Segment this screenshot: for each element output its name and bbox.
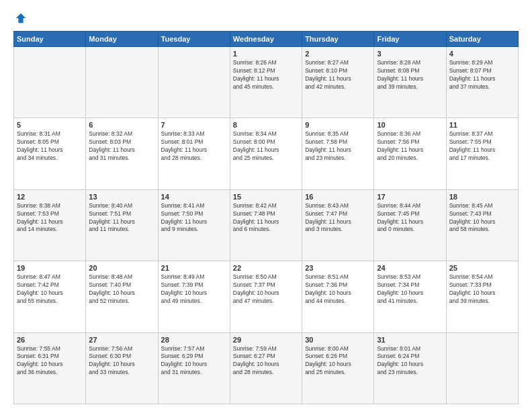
day-info: Sunrise: 8:50 AM Sunset: 7:37 PM Dayligh… (233, 273, 299, 306)
day-info: Sunrise: 8:27 AM Sunset: 8:10 PM Dayligh… (305, 59, 371, 91)
day-info: Sunrise: 8:34 AM Sunset: 8:00 PM Dayligh… (233, 130, 299, 163)
weekday-header: Sunday (14, 32, 86, 47)
day-info: Sunrise: 8:35 AM Sunset: 7:58 PM Dayligh… (305, 130, 371, 163)
calendar-cell: 5Sunrise: 8:31 AM Sunset: 8:05 PM Daylig… (14, 118, 86, 189)
day-number: 15 (233, 193, 299, 201)
day-info: Sunrise: 8:54 AM Sunset: 7:33 PM Dayligh… (449, 273, 515, 306)
calendar-cell: 22Sunrise: 8:50 AM Sunset: 7:37 PM Dayli… (230, 261, 302, 332)
day-info: Sunrise: 8:49 AM Sunset: 7:39 PM Dayligh… (161, 273, 227, 306)
day-number: 17 (377, 193, 443, 201)
day-info: Sunrise: 8:44 AM Sunset: 7:45 PM Dayligh… (377, 202, 443, 234)
day-info: Sunrise: 8:28 AM Sunset: 8:08 PM Dayligh… (377, 59, 443, 91)
calendar-cell (158, 47, 230, 118)
calendar-cell: 2Sunrise: 8:27 AM Sunset: 8:10 PM Daylig… (302, 47, 374, 118)
calendar-cell: 9Sunrise: 8:35 AM Sunset: 7:58 PM Daylig… (302, 118, 374, 189)
day-number: 9 (305, 121, 371, 129)
day-info: Sunrise: 8:29 AM Sunset: 8:07 PM Dayligh… (449, 59, 515, 91)
calendar-cell: 4Sunrise: 8:29 AM Sunset: 8:07 PM Daylig… (446, 47, 518, 118)
calendar-cell: 17Sunrise: 8:44 AM Sunset: 7:45 PM Dayli… (374, 189, 446, 261)
weekday-header: Friday (374, 32, 446, 47)
day-number: 1 (233, 50, 299, 58)
day-info: Sunrise: 8:37 AM Sunset: 7:55 PM Dayligh… (449, 130, 515, 163)
day-number: 23 (305, 264, 371, 272)
day-info: Sunrise: 7:56 AM Sunset: 6:30 PM Dayligh… (89, 345, 154, 377)
day-info: Sunrise: 8:53 AM Sunset: 7:34 PM Dayligh… (377, 273, 443, 306)
calendar-cell: 31Sunrise: 8:01 AM Sunset: 6:24 PM Dayli… (374, 332, 446, 404)
logo-icon (15, 12, 27, 24)
day-info: Sunrise: 8:26 AM Sunset: 8:12 PM Dayligh… (233, 59, 299, 91)
weekday-header: Saturday (446, 32, 518, 47)
page: SundayMondayTuesdayWednesdayThursdayFrid… (0, 0, 532, 411)
day-number: 4 (449, 50, 515, 58)
calendar-cell: 23Sunrise: 8:51 AM Sunset: 7:36 PM Dayli… (302, 261, 374, 332)
calendar-cell: 21Sunrise: 8:49 AM Sunset: 7:39 PM Dayli… (158, 261, 230, 332)
logo (13, 11, 27, 24)
day-number: 21 (161, 264, 227, 272)
calendar-cell: 25Sunrise: 8:54 AM Sunset: 7:33 PM Dayli… (446, 261, 518, 332)
day-info: Sunrise: 8:01 AM Sunset: 6:24 PM Dayligh… (377, 345, 443, 377)
day-number: 5 (17, 121, 83, 129)
day-number: 2 (305, 50, 371, 58)
calendar-cell: 7Sunrise: 8:33 AM Sunset: 8:01 PM Daylig… (158, 118, 230, 189)
calendar-cell: 10Sunrise: 8:36 AM Sunset: 7:56 PM Dayli… (374, 118, 446, 189)
day-info: Sunrise: 8:42 AM Sunset: 7:48 PM Dayligh… (233, 202, 299, 234)
day-info: Sunrise: 8:40 AM Sunset: 7:51 PM Dayligh… (89, 202, 154, 234)
weekday-header: Wednesday (230, 32, 302, 47)
calendar-cell: 19Sunrise: 8:47 AM Sunset: 7:42 PM Dayli… (14, 261, 86, 332)
calendar-cell: 13Sunrise: 8:40 AM Sunset: 7:51 PM Dayli… (86, 189, 158, 261)
day-info: Sunrise: 8:48 AM Sunset: 7:40 PM Dayligh… (89, 273, 154, 306)
day-info: Sunrise: 7:59 AM Sunset: 6:27 PM Dayligh… (233, 345, 299, 377)
calendar-cell (14, 47, 86, 118)
day-number: 16 (305, 193, 371, 201)
calendar-cell: 30Sunrise: 8:00 AM Sunset: 6:26 PM Dayli… (302, 332, 374, 404)
day-info: Sunrise: 7:57 AM Sunset: 6:29 PM Dayligh… (161, 345, 227, 377)
calendar-week-row: 19Sunrise: 8:47 AM Sunset: 7:42 PM Dayli… (14, 261, 519, 332)
day-number: 24 (377, 264, 443, 272)
calendar-cell: 24Sunrise: 8:53 AM Sunset: 7:34 PM Dayli… (374, 261, 446, 332)
calendar-week-row: 5Sunrise: 8:31 AM Sunset: 8:05 PM Daylig… (14, 118, 519, 189)
day-number: 26 (17, 336, 83, 344)
calendar-cell: 14Sunrise: 8:41 AM Sunset: 7:50 PM Dayli… (158, 189, 230, 261)
calendar-cell: 8Sunrise: 8:34 AM Sunset: 8:00 PM Daylig… (230, 118, 302, 189)
calendar-cell: 29Sunrise: 7:59 AM Sunset: 6:27 PM Dayli… (230, 332, 302, 404)
day-number: 29 (233, 336, 299, 344)
day-info: Sunrise: 8:33 AM Sunset: 8:01 PM Dayligh… (161, 130, 227, 163)
calendar-cell: 28Sunrise: 7:57 AM Sunset: 6:29 PM Dayli… (158, 332, 230, 404)
calendar-cell: 26Sunrise: 7:55 AM Sunset: 6:31 PM Dayli… (14, 332, 86, 404)
day-number: 6 (89, 121, 154, 129)
day-number: 28 (161, 336, 227, 344)
calendar-week-row: 26Sunrise: 7:55 AM Sunset: 6:31 PM Dayli… (14, 332, 519, 404)
day-number: 3 (377, 50, 443, 58)
day-number: 25 (449, 264, 515, 272)
day-number: 7 (161, 121, 227, 129)
day-info: Sunrise: 8:36 AM Sunset: 7:56 PM Dayligh… (377, 130, 443, 163)
day-info: Sunrise: 8:47 AM Sunset: 7:42 PM Dayligh… (17, 273, 83, 306)
day-number: 8 (233, 121, 299, 129)
day-info: Sunrise: 8:43 AM Sunset: 7:47 PM Dayligh… (305, 202, 371, 234)
day-info: Sunrise: 8:41 AM Sunset: 7:50 PM Dayligh… (161, 202, 227, 234)
day-number: 30 (305, 336, 371, 344)
svg-marker-0 (16, 13, 26, 23)
day-number: 31 (377, 336, 443, 344)
day-number: 27 (89, 336, 154, 344)
day-info: Sunrise: 7:55 AM Sunset: 6:31 PM Dayligh… (17, 345, 83, 377)
day-number: 14 (161, 193, 227, 201)
day-number: 11 (449, 121, 515, 129)
calendar-cell: 18Sunrise: 8:45 AM Sunset: 7:43 PM Dayli… (446, 189, 518, 261)
calendar-week-row: 1Sunrise: 8:26 AM Sunset: 8:12 PM Daylig… (14, 47, 519, 118)
day-info: Sunrise: 8:00 AM Sunset: 6:26 PM Dayligh… (305, 345, 371, 377)
calendar-cell: 15Sunrise: 8:42 AM Sunset: 7:48 PM Dayli… (230, 189, 302, 261)
day-info: Sunrise: 8:31 AM Sunset: 8:05 PM Dayligh… (17, 130, 83, 163)
day-number: 10 (377, 121, 443, 129)
day-info: Sunrise: 8:45 AM Sunset: 7:43 PM Dayligh… (449, 202, 515, 234)
calendar-week-row: 12Sunrise: 8:38 AM Sunset: 7:53 PM Dayli… (14, 189, 519, 261)
calendar-cell: 16Sunrise: 8:43 AM Sunset: 7:47 PM Dayli… (302, 189, 374, 261)
day-info: Sunrise: 8:51 AM Sunset: 7:36 PM Dayligh… (305, 273, 371, 306)
day-number: 12 (17, 193, 83, 201)
calendar-cell: 3Sunrise: 8:28 AM Sunset: 8:08 PM Daylig… (374, 47, 446, 118)
calendar-cell: 12Sunrise: 8:38 AM Sunset: 7:53 PM Dayli… (14, 189, 86, 261)
day-number: 22 (233, 264, 299, 272)
calendar-cell: 6Sunrise: 8:32 AM Sunset: 8:03 PM Daylig… (86, 118, 158, 189)
day-number: 20 (89, 264, 154, 272)
calendar-cell: 11Sunrise: 8:37 AM Sunset: 7:55 PM Dayli… (446, 118, 518, 189)
